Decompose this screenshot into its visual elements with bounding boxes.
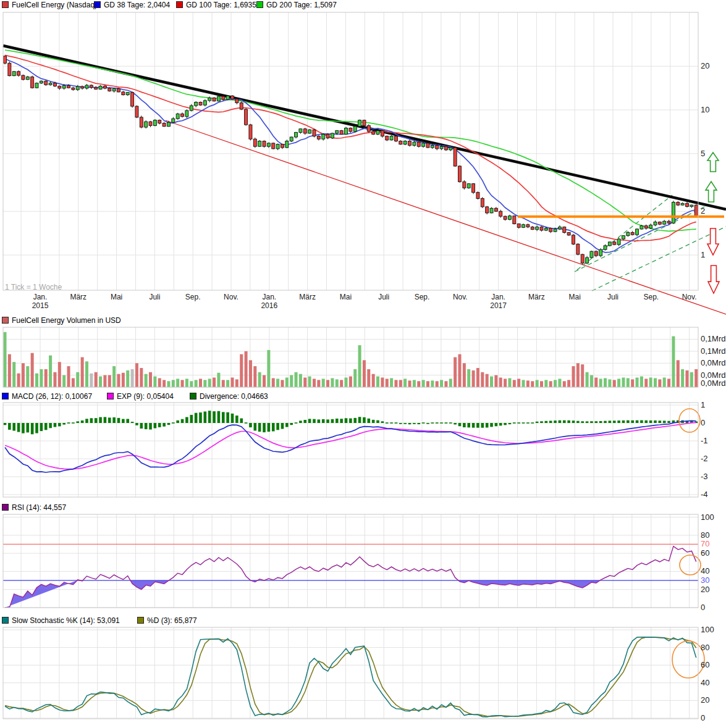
legend-item-macd-exp: EXP (9): 0,05404 xyxy=(107,392,174,400)
legend-label: EXP (9): 0,05404 xyxy=(117,392,174,401)
legend-item-gd38: GD 38 Tage: 2,0404 xyxy=(94,1,170,9)
legend-label: GD 100 Tage: 1,6935 xyxy=(186,1,256,9)
series-swatch-icon xyxy=(137,617,144,624)
legend-label: MACD (26, 12): 0,10067 xyxy=(12,392,92,401)
tick-interval-note: 1 Tick = 1 Woche xyxy=(5,283,62,291)
legend-label: FuelCell Energy Volumen in USD xyxy=(12,316,121,325)
gridlines xyxy=(3,12,698,719)
series-swatch-icon xyxy=(107,393,114,400)
legend-item-stoch-d: %D (3): 65,877 xyxy=(137,616,197,624)
legend-item-gd100: GD 100 Tage: 1,6935 xyxy=(176,1,256,9)
legend-item-gd200: GD 200 Tage: 1,5097 xyxy=(256,1,337,9)
series-swatch-icon xyxy=(2,317,9,324)
macd-panel xyxy=(4,411,698,472)
legend-label: GD 38 Tage: 2,0404 xyxy=(104,1,170,9)
series-swatch-icon xyxy=(256,1,263,8)
legend-label: RSI (14): 44,557 xyxy=(12,503,66,512)
series-swatch-icon xyxy=(94,1,101,8)
series-swatch-icon xyxy=(176,1,183,8)
legend-label: FuelCell Energy (Nasdaq) xyxy=(12,1,97,9)
stochastic-panel xyxy=(5,637,696,717)
legend-item-stoch-k: Slow Stochastic %K (14): 53,091 xyxy=(2,616,120,624)
legend-label: Divergence: 0,04663 xyxy=(200,392,268,401)
series-swatch-icon xyxy=(190,393,196,400)
legend-label: %D (3): 65,877 xyxy=(147,616,197,625)
series-swatch-icon xyxy=(2,617,9,624)
legend-item-volume: FuelCell Energy Volumen in USD xyxy=(2,316,121,324)
highlight-ellipse xyxy=(680,555,701,575)
legend-label: GD 200 Tage: 1,5097 xyxy=(266,1,337,9)
moving-averages xyxy=(5,50,696,253)
up-arrow-icon xyxy=(706,182,717,202)
legend-label: Slow Stochastic %K (14): 53,091 xyxy=(12,616,120,625)
series-swatch-icon xyxy=(2,393,9,400)
legend-item-rsi: RSI (14): 44,557 xyxy=(2,503,66,511)
legend-item-macd-divergence: Divergence: 0,04663 xyxy=(190,392,268,400)
stock-chart-page: 20105210,1Mrd0,1Mrd0,0Mrd0,0Mrd0,0Mrd10-… xyxy=(0,0,726,728)
down-arrow-icon xyxy=(708,266,719,293)
highlight-ellipse xyxy=(672,641,704,678)
up-arrow-icon xyxy=(707,153,719,172)
legend-item-price: FuelCell Energy (Nasdaq) xyxy=(2,1,97,9)
legend-item-macd: MACD (26, 12): 0,10067 xyxy=(2,392,92,400)
series-swatch-icon xyxy=(2,1,9,8)
down-arrow-icon xyxy=(707,228,719,255)
series-swatch-icon xyxy=(2,504,9,511)
